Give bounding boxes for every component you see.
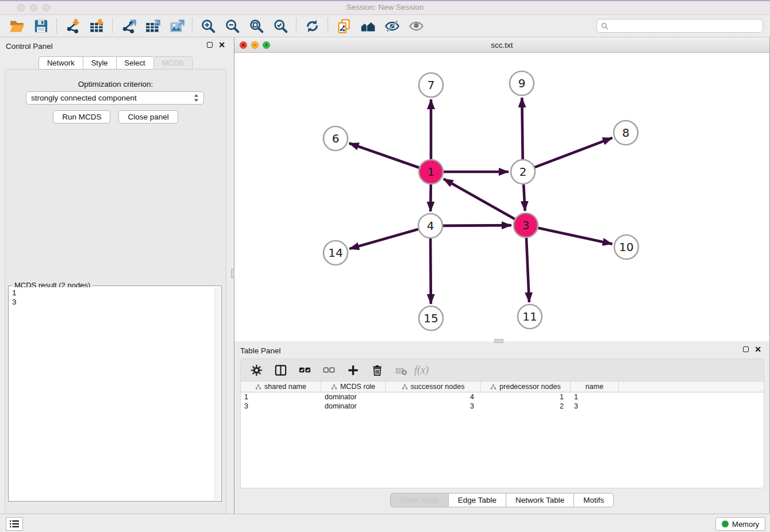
edge-3-10[interactable] (538, 228, 612, 244)
column-sort-icon (331, 384, 337, 390)
home-icon[interactable] (356, 17, 380, 35)
column-layout-icon[interactable] (270, 361, 291, 379)
control-panel-float-icon[interactable] (207, 42, 213, 48)
edge-3-11[interactable] (526, 238, 529, 302)
optimization-criterion-select[interactable]: strongly connected component (26, 91, 204, 105)
graph-node-label-3: 3 (522, 218, 530, 232)
table-panel-tabs: Node TableEdge TableNetwork TableMotifs (234, 493, 769, 507)
table-cell: 1 (481, 392, 571, 402)
edge-4-15[interactable] (430, 238, 431, 304)
table-tab-edge-table[interactable]: Edge Table (449, 493, 506, 507)
graph-node-label-11: 11 (522, 310, 537, 323)
table-cell: 3 (571, 402, 619, 411)
table-cell: 1 (241, 392, 321, 402)
delete-rows-icon[interactable] (366, 361, 388, 379)
zoom-fit-icon[interactable] (244, 17, 268, 35)
network-window-title: scc.txt (234, 41, 769, 49)
control-tab-select[interactable]: Select (116, 56, 153, 70)
table-cell: 1 (571, 392, 619, 402)
graph-node-label-8: 8 (622, 126, 630, 140)
hide-selected-icon[interactable] (380, 17, 404, 35)
table-panel-close-icon[interactable]: ✕ (754, 346, 761, 352)
show-all-icon[interactable] (404, 17, 428, 35)
edge-1-4[interactable] (430, 184, 431, 211)
export-network-icon[interactable] (116, 17, 140, 35)
import-table-icon[interactable] (84, 17, 109, 35)
table-panel-float-icon[interactable] (743, 346, 749, 352)
os-titlebar: Session: New Session (0, 1, 770, 15)
column-header-MCDS-role[interactable]: MCDS role (321, 381, 386, 392)
column-header-predecessor-nodes[interactable]: predecessor nodes (481, 381, 571, 392)
control-tab-style[interactable]: Style (83, 56, 116, 70)
table-tab-motifs[interactable]: Motifs (574, 493, 614, 507)
add-row-icon[interactable] (342, 361, 364, 379)
session-title: Session: New Session (0, 3, 770, 11)
run-mcds-button[interactable]: Run MCDS (53, 110, 110, 124)
zoom-selected-icon[interactable] (268, 17, 292, 35)
graph-node-label-6: 6 (332, 132, 340, 145)
function-builder-icon[interactable]: f(x) (414, 364, 429, 376)
network-canvas[interactable]: 7968124314101511 (234, 53, 769, 341)
table-header-row: shared nameMCDS rolesuccessor nodesprede… (241, 381, 764, 392)
column-sort-icon (255, 384, 261, 390)
control-tab-network[interactable]: Network (38, 56, 83, 70)
edge-4-3[interactable] (443, 225, 511, 226)
open-session-icon[interactable] (5, 17, 29, 35)
network-window-titlebar[interactable]: ✕ − + scc.txt (234, 37, 769, 53)
graph-node-label-10: 10 (619, 240, 633, 254)
column-header-name[interactable]: name (571, 381, 619, 392)
edge-4-14[interactable] (349, 229, 418, 249)
network-view-window: ✕ − + scc.txt 7968124314101511 (234, 37, 770, 341)
memory-button[interactable]: Memory (715, 517, 765, 531)
control-panel-title: Control Panel (6, 42, 53, 51)
export-image-icon[interactable] (164, 17, 188, 35)
network-from-selection-icon[interactable] (332, 17, 356, 35)
clear-row-selection-icon[interactable] (318, 361, 340, 379)
table-row[interactable]: 3dominator323 (241, 402, 764, 411)
edge-2-8[interactable] (535, 138, 613, 167)
search-box[interactable] (596, 19, 763, 33)
table-cell: 2 (481, 402, 571, 411)
column-header-shared-name[interactable]: shared name (241, 381, 321, 392)
select-all-rows-icon[interactable] (294, 361, 315, 379)
column-header-successor-nodes[interactable]: successor nodes (386, 381, 481, 392)
mcds-result-line: 3 (12, 298, 212, 307)
horizontal-splitter-handle[interactable] (494, 339, 503, 343)
control-panel-header: Control Panel ✕ (0, 37, 231, 55)
close-panel-button[interactable]: Close panel (118, 110, 178, 124)
zoom-out-icon[interactable] (220, 17, 244, 35)
edge-1-6[interactable] (349, 143, 419, 167)
list-icon (9, 519, 20, 529)
edge-3-1[interactable] (444, 179, 515, 219)
mcds-result-list[interactable]: 13 (10, 287, 214, 500)
table-panel-title: Table Panel (240, 346, 281, 355)
application-window: Session: New Session Control Panel ✕ Net… (0, 0, 770, 532)
mcds-result-scrollbar[interactable] (214, 287, 220, 500)
import-network-icon[interactable] (60, 17, 84, 35)
task-history-button[interactable] (6, 517, 23, 531)
toolbar-separator (296, 18, 297, 33)
table-row[interactable]: 1dominator411 (241, 392, 764, 402)
control-tab-mcds[interactable]: MCDS (153, 56, 192, 70)
table-cell: 3 (241, 402, 321, 411)
control-panel-close-icon[interactable]: ✕ (218, 42, 225, 48)
node-table: shared nameMCDS rolesuccessor nodesprede… (240, 381, 764, 488)
search-input[interactable] (611, 20, 763, 32)
export-table-icon[interactable] (140, 17, 164, 35)
table-tab-network-table[interactable]: Network Table (506, 493, 574, 507)
refresh-view-icon[interactable] (300, 17, 324, 35)
select-chevrons-icon (194, 94, 199, 102)
table-cell: 4 (386, 392, 481, 402)
table-tab-node-table[interactable]: Node Table (390, 493, 449, 507)
memory-label: Memory (732, 520, 759, 529)
save-session-icon[interactable] (29, 17, 53, 35)
delete-table-icon[interactable] (390, 361, 412, 379)
toolbar-separator (328, 18, 328, 33)
toolbar-separator (192, 18, 192, 33)
graph-node-label-15: 15 (424, 311, 438, 325)
zoom-in-icon[interactable] (196, 17, 220, 35)
table-settings-icon[interactable] (245, 361, 267, 379)
table-cell: dominator (321, 402, 386, 411)
edge-2-3[interactable] (523, 184, 525, 211)
edge-2-9[interactable] (522, 98, 522, 159)
